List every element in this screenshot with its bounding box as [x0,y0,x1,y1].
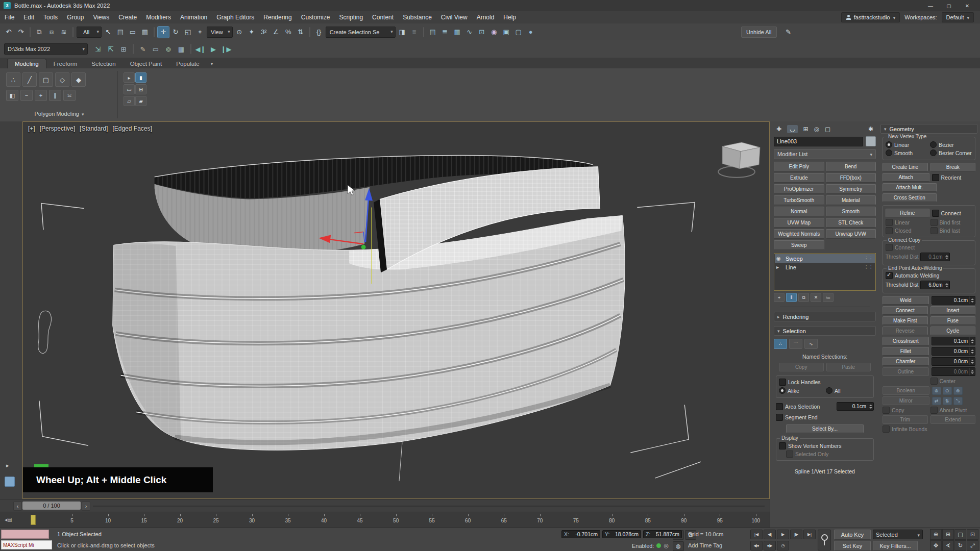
show-vertex-numbers-checkbox[interactable]: Show Vertex Numbers [779,442,871,449]
account-menu[interactable]: fasttrackstudio [841,12,900,22]
outline-spinner[interactable]: 0.0cm [932,367,976,376]
toolbar-icon[interactable]: ▦ [452,27,463,38]
modifier-list-dropdown[interactable]: Modifier List [774,149,876,159]
segment-end-checkbox[interactable]: Segment End [776,414,874,421]
time-slider-track[interactable]: ‹ 0 / 100 › [0,499,770,512]
menu-item[interactable]: Content [368,11,398,23]
stack-tool-icon[interactable]: ‖ [786,293,797,302]
menu-item[interactable]: Help [499,11,521,23]
toolbar-icon[interactable]: ▭ [150,43,161,55]
alike-radio[interactable]: Alike [779,387,824,394]
toolbar-icon[interactable]: ◱ [182,27,193,38]
fuse-button[interactable]: Fuse [930,316,976,325]
viewport-nav-icon[interactable]: ⊡ [967,529,978,540]
menu-item[interactable]: Substance [398,11,436,23]
spinner-arrows-icon[interactable] [969,368,975,375]
viewport-nav-icon[interactable]: ∢ [942,540,954,551]
time-slider-groove[interactable] [93,506,765,507]
ribbon-mini-icon[interactable]: ▮ [135,72,146,83]
weld-spinner[interactable]: 0.1cm [932,296,976,305]
make-first-button[interactable]: Make First [883,316,928,325]
toolbar-icon[interactable]: ⇱ [105,43,116,55]
menu-item[interactable]: Tools [39,11,62,23]
geometry-rollout-header[interactable]: ▾Geometry [880,124,977,134]
toolbar-icon[interactable]: ◀❙ [195,43,206,55]
modifier-button[interactable]: Bend [826,162,876,171]
connect-copy-checkbox[interactable]: Connect [886,244,972,251]
menu-item[interactable]: Customize [297,11,335,23]
frame-tick[interactable]: 100 [749,518,763,523]
menu-item[interactable]: Graph Editors [212,11,259,23]
menu-item[interactable]: Edit [19,11,39,23]
subobject-icon[interactable]: ∿ [804,339,818,349]
toolbar-icon[interactable] [309,27,310,37]
toolbar-icon[interactable]: ▭ [127,27,138,38]
stack-tool-icon[interactable]: ⧉ [798,293,809,302]
modifier-button[interactable]: UVW Map [774,218,824,228]
toolbar-icon[interactable]: ▤ [427,27,438,38]
viewport-menu-item[interactable]: [Perspective] [40,125,75,132]
viewport-menu-item[interactable]: [Standard] [80,125,108,132]
key-mode-dropdown[interactable]: Selected [873,530,923,539]
menu-item[interactable]: Modifiers [141,11,176,23]
spinner-arrows-icon[interactable] [969,337,975,345]
all-radio[interactable]: All [826,387,871,394]
frame-tick[interactable]: 75 [569,518,582,523]
macro-recorder-field[interactable] [1,530,49,539]
frame-tick[interactable]: 55 [425,518,438,523]
viewport-nav-icon[interactable]: ⊕ [930,529,942,540]
toolbar-icon[interactable]: ⌖ [194,27,206,38]
ribbon-icon[interactable]: ◧ [6,90,18,101]
mirror-op-icon[interactable]: ⇅ [943,397,952,405]
toolbar-icon[interactable]: ⇅ [295,27,306,38]
viewport-nav-icon[interactable]: ⊞ [942,529,954,540]
area-selection-spinner[interactable]: 0.1cm [837,402,874,411]
set-keys-button[interactable] [818,530,831,550]
time-slider-handle[interactable]: 0 / 100 [22,502,81,510]
viewport-nav-icon[interactable]: ✥ [930,540,942,551]
polygon-modeling-label[interactable]: Polygon Modeling [4,111,114,118]
playback-icon[interactable]: ◀| [764,530,776,539]
copy-selection-button[interactable]: Copy [779,363,824,371]
smooth-radio[interactable]: Smooth [886,149,928,156]
toolbar-icon[interactable] [30,27,31,37]
paste-selection-button[interactable]: Paste [826,363,871,371]
frame-tick[interactable]: 85 [641,518,654,523]
menu-item[interactable]: Arnold [472,11,499,23]
toolbar-icon[interactable]: ⧈ [46,27,57,38]
fillet-spinner[interactable]: 0.0cm [932,347,976,356]
ribbon-icon[interactable]: ▢ [39,72,53,87]
toolbar-icon[interactable]: ⧉ [34,27,45,38]
spinner-arrows-icon[interactable] [969,296,975,304]
cycle-button[interactable]: Cycle [930,327,976,335]
mirror-button[interactable]: Mirror [883,396,929,405]
ribbon-mini-icon[interactable]: ▰ [135,96,146,106]
boolean-op-icon[interactable]: ⊕ [932,387,941,395]
toolbar-icon[interactable] [190,44,191,54]
frame-tick[interactable]: 60 [461,518,475,523]
checkbox[interactable] [776,403,783,410]
checkbox[interactable] [779,379,786,386]
expand-panel-icon[interactable]: ▸ [6,462,9,469]
weld-threshold-spinner[interactable]: 6.0cm [920,281,950,289]
toolbar-icon[interactable]: ✎ [783,27,794,38]
toolbar-icon[interactable]: ≋ [58,27,69,38]
view-cube[interactable] [718,142,760,178]
toolbar-icon[interactable]: All [77,27,102,38]
stack-tool-icon[interactable]: ⌖ [774,293,785,302]
checkbox[interactable] [776,414,783,421]
frame-tick[interactable]: 20 [174,518,187,523]
frame-tick[interactable]: 35 [281,518,295,523]
key-filters-button[interactable]: Key Filters... [873,541,918,551]
menu-item[interactable]: Scripting [334,11,368,23]
toolbar-icon[interactable]: ◉ [488,27,500,38]
toolbar-icon[interactable]: ▦ [176,43,187,55]
toolbar-icon[interactable]: ≣ [439,27,451,38]
ribbon-tab[interactable]: Object Paint [123,59,169,68]
ribbon-icon[interactable]: + [35,90,47,101]
insert-button[interactable]: Insert [930,306,976,315]
add-time-tag[interactable]: Add Time Tag [688,542,722,548]
toolbar-icon[interactable]: ● [525,27,536,38]
ribbon-icon[interactable]: ◇ [55,72,69,87]
mute-toggle-icon[interactable]: ◎ [664,542,669,549]
